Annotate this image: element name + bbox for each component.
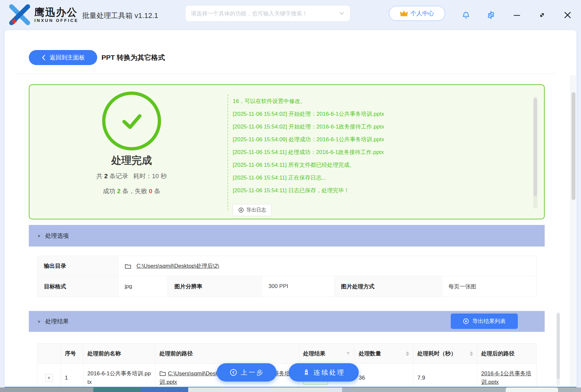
output-dir-link[interactable]: C:\Users\sqmil\Desktop\处理后\2\: [136, 262, 219, 270]
user-center-button[interactable]: 个人中心: [389, 6, 445, 21]
results-scrollbar[interactable]: [556, 312, 560, 386]
background-window-fragment: [188, 387, 342, 392]
header-divider: [16, 74, 556, 74]
app-logo: 鹰迅办公 INXUN OFFICE: [8, 4, 79, 26]
page-scrollbar-thumb[interactable]: [572, 92, 575, 200]
main-panel: 返回到主面板 PPT 转换为其它格式 处理完成 共 2 条记录 耗时：10 秒 …: [5, 30, 576, 387]
summary-result-line: 成功 2 条，失败 0 条: [60, 187, 204, 196]
chevron-down-icon: ∨: [37, 234, 41, 238]
log-line: [2025-11-06 15:54:11] 日志已保存，处理完毕！: [233, 184, 527, 197]
log-divider: [227, 94, 228, 210]
row-count: 36: [355, 364, 413, 388]
expand-column-header: [37, 344, 61, 364]
circle-chevron-left-icon: [229, 368, 238, 377]
download-icon: [463, 318, 469, 324]
row-expand-button[interactable]: +: [45, 374, 53, 382]
previous-step-button[interactable]: 上一步: [217, 363, 277, 382]
image-mode-value: 每页一张图: [442, 276, 536, 297]
continue-processing-button[interactable]: 连续处理: [289, 363, 359, 382]
previous-step-label: 上一步: [241, 368, 264, 377]
rocket-icon: [302, 368, 310, 376]
page-scrollbar[interactable]: [570, 75, 576, 387]
background-window-fragment: [506, 387, 558, 392]
export-results-label: 导出结果列表: [472, 317, 506, 325]
success-circle: [102, 92, 161, 150]
export-log-button[interactable]: 导出日志: [233, 204, 272, 216]
export-results-button[interactable]: 导出结果列表: [451, 314, 518, 329]
status-title: 处理完成: [69, 154, 194, 167]
table-row: + 1 2016-6-1公共事务培训.pptx C:\Users\sqmil\D…: [37, 364, 537, 388]
close-icon: [563, 10, 572, 20]
folder-icon: [125, 263, 131, 269]
brand-name-cn: 鹰迅办公: [34, 7, 79, 18]
function-search-select[interactable]: 请选择一个具体的功能，也可输入关键字搜索！: [185, 5, 350, 22]
filter-funnel-icon[interactable]: [346, 351, 351, 356]
continue-processing-label: 连续处理: [314, 368, 345, 377]
notification-bell-button[interactable]: [461, 10, 471, 20]
log-line: 16，可以在软件设置中修改。: [233, 95, 527, 108]
sort-icon[interactable]: [470, 351, 473, 356]
background-window-fragment: [141, 387, 188, 392]
time-column-header[interactable]: 处理耗时（秒）: [413, 344, 477, 364]
log-line: [2025-11-06 15:54:11] 所有文件都已经处理完成。: [233, 159, 527, 171]
row-out-path-link[interactable]: 2016-6-1公共事务培训.pptx: [481, 370, 531, 385]
row-time: 7.9: [413, 364, 477, 388]
chevron-down-icon: ∨: [37, 319, 41, 324]
log-scrollbar[interactable]: [533, 97, 537, 209]
page-title: PPT 转换为其它格式: [101, 53, 165, 62]
background-window-fragment: [0, 387, 93, 392]
results-header-label: 处理结果: [45, 317, 69, 325]
back-to-dashboard-button[interactable]: 返回到主面板: [29, 50, 97, 65]
chevron-down-icon: [339, 10, 345, 16]
close-button[interactable]: [562, 10, 573, 20]
log-scrollbar-thumb[interactable]: [534, 98, 537, 196]
log-line: [2025-11-06 15:54:09] 处理成功：2016-6-1公共事务培…: [233, 133, 527, 146]
image-mode-label: 图片处理方式: [335, 276, 442, 297]
minimize-button[interactable]: [512, 10, 522, 20]
success-count: 2: [117, 188, 121, 195]
app-window: 鹰迅办公 INXUN OFFICE 批量处理工具箱 v1.12.1 请选择一个具…: [0, 0, 581, 392]
background-window-fragment: [93, 387, 141, 392]
minimize-icon: [513, 11, 521, 19]
row-index: 1: [61, 364, 83, 388]
results-scrollbar-thumb[interactable]: [557, 314, 560, 379]
maximize-icon: [538, 11, 546, 19]
target-format-label: 目标格式: [37, 276, 118, 297]
total-count: 2: [104, 173, 108, 179]
chevron-left-icon: [41, 55, 46, 60]
back-button-label: 返回到主面板: [50, 54, 85, 61]
output-dir-label: 输出目录: [37, 256, 118, 276]
result-column-header[interactable]: 处理结果: [299, 344, 355, 364]
name-column-header: 处理前的名称: [83, 344, 155, 364]
log-line: [2025-11-06 15:54:02] 开始处理：2016-6-1公共事务培…: [233, 108, 527, 120]
settings-button[interactable]: [486, 10, 496, 20]
sort-icon[interactable]: [406, 351, 409, 356]
search-placeholder: 请选择一个具体的功能，也可输入关键字搜索！: [191, 10, 339, 17]
log-line: [2025-11-06 15:54:11] 正在保存日志...: [233, 171, 527, 184]
fail-count: 0: [149, 188, 153, 195]
results-table: 序号 处理前的名称 处理前的路径 处理结果 处理数量 处理耗时（秒: [37, 343, 537, 387]
resolution-value: 300 PPI: [262, 276, 335, 297]
resolution-label: 图片分辨率: [168, 276, 262, 297]
folder-icon: [159, 370, 166, 376]
options-section-header[interactable]: ∨ 处理选项: [29, 225, 545, 247]
row-out-path-cell: 2016-6-1公共事务培训.pptx: [477, 364, 537, 388]
output-dir-cell: C:\Users\sqmil\Desktop\处理后\2\: [118, 256, 536, 276]
bell-icon: [462, 11, 470, 20]
user-center-label: 个人中心: [410, 9, 434, 17]
checkmark-icon: [116, 105, 147, 137]
export-log-label: 导出日志: [246, 207, 266, 213]
download-icon: [238, 207, 244, 213]
expand-cell: +: [37, 364, 61, 388]
process-log: 16，可以在软件设置中修改。 [2025-11-06 15:54:02] 开始处…: [233, 95, 527, 197]
result-summary-panel: 处理完成 共 2 条记录 耗时：10 秒 成功 2 条，失败 0 条 16，可以…: [29, 84, 545, 219]
gear-icon: [486, 10, 496, 20]
options-header-label: 处理选项: [45, 232, 69, 240]
target-format-value: jpg: [118, 276, 168, 297]
brand-name-en: INXUN OFFICE: [34, 18, 79, 23]
maximize-button[interactable]: [537, 10, 547, 20]
options-grid: 输出目录 C:\Users\sqmil\Desktop\处理后\2\ 目标格式 …: [37, 256, 536, 297]
elapsed-time: 耗时：10 秒: [133, 173, 167, 179]
log-line: [2025-11-06 15:54:02] 开始处理：2016-6-1政务接待工…: [233, 120, 527, 133]
count-column-header[interactable]: 处理数量: [355, 344, 413, 364]
